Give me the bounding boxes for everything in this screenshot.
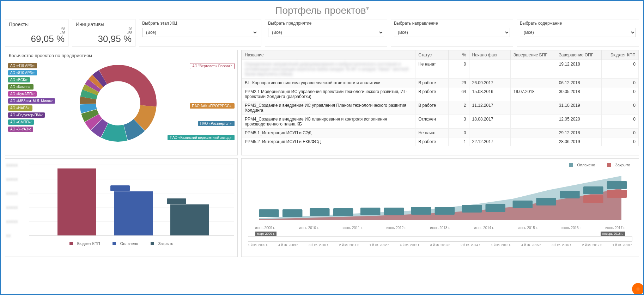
time-slider[interactable]: март 2009 г. январь 2018 г. 1-й кв. 2009… <box>244 236 636 250</box>
svg-rect-43 <box>607 190 627 198</box>
slider-tick: 2-й кв. 2014 г. <box>461 243 480 247</box>
svg-rect-40 <box>583 186 603 194</box>
filter-content-label: Выбрать содержание <box>520 21 636 26</box>
donut-tag[interactable]: АО «У-УАЗ»: <box>8 127 33 132</box>
donut-panel: Количество проектов по предприятиям <box>5 50 238 155</box>
filter-stage-label: Выбрать этап ЖЦ <box>142 21 258 26</box>
donut-title: Количество проектов по предприятиям <box>5 50 237 61</box>
donut-tag[interactable]: АО «ВСК»: <box>8 77 30 82</box>
table-row[interactable]: PPM3_Создание и внедрение ИС управления … <box>242 101 639 115</box>
donut-tag[interactable]: АО "Вертолеты России": <box>190 63 235 69</box>
col-budget[interactable]: Бюджет КПП <box>601 50 638 60</box>
filter-content-select[interactable]: (Все) <box>520 28 636 37</box>
slider-tick: 2-й кв. 2011 г. <box>339 243 359 247</box>
table-row[interactable]: PPM2.1 Модернизация ИС управления проект… <box>242 87 639 101</box>
kpi-projects-small: 58-26 <box>60 27 65 35</box>
filter-enterprise-select[interactable]: (Все) <box>268 28 384 37</box>
filter-icon[interactable]: ▾ <box>366 5 369 11</box>
table-row[interactable]: PPM4_Создание и внедрение ИС планировани… <box>242 115 639 129</box>
slider-tick: 4-й кв. 2012 г. <box>400 243 420 247</box>
table-row[interactable]: PPM5.2_Интеграция ИСУП и ЕКК/ФСДВ работе… <box>242 137 639 146</box>
svg-rect-24 <box>167 198 186 204</box>
donut-tag[interactable]: АО «419 АРЗ»: <box>8 63 37 68</box>
axis-tick: июнь 2015 г. <box>518 226 538 230</box>
filter-direction: Выбрать направление (Все) <box>391 19 513 47</box>
mid-row: Количество проектов по предприятиям <box>5 50 639 155</box>
donut-tag[interactable]: АО «810 АРЗ»: <box>8 70 37 75</box>
col-status[interactable]: Статус <box>415 50 449 60</box>
slider-tick: 3-й кв. 2010 г. <box>309 243 328 247</box>
kpi-projects-value: 69,05 % <box>9 33 65 44</box>
bar-chart-svg <box>8 161 235 239</box>
area-chart-svg <box>244 169 636 223</box>
area-chart-panel[interactable]: Оплачено Закрыто июнь 2009 г.июнь 2010 г… <box>241 158 639 257</box>
donut-tag[interactable]: ПАО «Казанский вертолетный завод»: <box>168 135 235 140</box>
filter-direction-select[interactable]: (Все) <box>394 28 510 37</box>
svg-rect-31 <box>360 208 381 215</box>
slider-end[interactable]: январь 2018 г. <box>601 232 625 236</box>
projects-table[interactable]: Название Статус % Начало факт Завершение… <box>242 50 639 146</box>
donut-tag[interactable]: АО «СМПП»: <box>8 119 34 125</box>
fab-add-button[interactable]: + <box>632 283 644 295</box>
area-legend: Оплачено Закрыто <box>244 163 636 167</box>
donut-tag[interactable]: ПАО ААК «ПРОГРЕСС»: <box>190 103 235 109</box>
col-endBPG[interactable]: Завершение БПГ <box>510 50 556 60</box>
slider-tick: 2-й кв. 2017 г. <box>582 243 602 247</box>
filter-content: Выбрать содержание (Все) <box>517 19 639 47</box>
svg-rect-27 <box>259 209 279 217</box>
slider-tick: 4-й кв. 2015 г. <box>521 243 541 247</box>
table-row[interactable]: BI_ Корпоративная система управленческой… <box>242 79 639 87</box>
kpi-initiatives-label: Инициативы <box>76 21 132 27</box>
kpi-initiatives-value: 30,95 % <box>76 33 132 44</box>
svg-rect-41 <box>607 181 627 189</box>
donut-tag[interactable]: АО «КумАПП»: <box>8 91 37 97</box>
slider-tick: 3-й кв. 2016 г. <box>552 243 571 247</box>
bar-chart-panel[interactable]: XXXXX XXXXX XXXXX XXXXX XXXXX XX Бюджет … <box>5 158 238 257</box>
table-row[interactable]: PPM5.1_Интеграция ИСУП и СЭДНе начат029.… <box>242 129 639 137</box>
projects-table-panel: Название Статус % Начало факт Завершение… <box>241 50 639 155</box>
page-title: Портфель проектов▾ <box>5 5 639 16</box>
slider-ticks: 1-й кв. 2009 г.4-й кв. 2009 г.3-й кв. 20… <box>244 243 636 247</box>
col-pct[interactable]: % <box>448 50 469 60</box>
svg-rect-38 <box>536 198 556 205</box>
slider-tick: 1-й кв. 2018 г. <box>613 243 632 247</box>
bottom-row: XXXXX XXXXX XXXXX XXXXX XXXXX XX Бюджет … <box>5 158 639 257</box>
donut-tag[interactable]: АО «Камов»: <box>8 84 34 90</box>
slider-tick: 4-й кв. 2009 г. <box>278 243 298 247</box>
slider-start[interactable]: март 2009 г. <box>255 232 277 236</box>
slider-tick: 1-й кв. 2012 г. <box>370 243 389 247</box>
donut-tag[interactable]: ПАО «Роствертол»: <box>198 121 235 126</box>
svg-rect-21 <box>114 191 153 235</box>
donut-tag[interactable]: АО «НАРЗ»: <box>8 105 32 111</box>
svg-rect-35 <box>462 205 482 213</box>
filter-direction-label: Выбрать направление <box>394 21 510 26</box>
axis-tick: июнь 2017 г. <box>605 226 625 230</box>
axis-tick: июнь 2011 г. <box>342 226 363 230</box>
svg-rect-32 <box>384 208 404 215</box>
donut-tag[interactable]: АО «Редуктор-ПМ»: <box>8 112 45 118</box>
donut-chart[interactable]: АО «419 АРЗ»: АО «810 АРЗ»: АО «ВСК»: АО… <box>5 61 237 153</box>
col-endOPG[interactable]: Завершение ОПГ <box>556 50 601 60</box>
col-name[interactable]: Название <box>242 50 415 60</box>
area-xlabels: июнь 2009 г.июнь 2010 г.июнь 2011 г.июнь… <box>244 226 636 230</box>
filter-stage-select[interactable]: (Все) <box>142 28 258 37</box>
kpi-projects: Проекты 58-26 69,05 % <box>5 19 68 47</box>
kpi-initiatives: Инициативы 26-58 30,95 % <box>72 19 135 47</box>
axis-tick: июнь 2012 г. <box>386 226 406 230</box>
svg-rect-29 <box>310 208 330 216</box>
filter-enterprise-label: Выбрать предприятие <box>268 21 384 26</box>
donut-tag[interactable]: АО «МВЗ им. М.Л. Миля»: <box>8 98 55 104</box>
svg-rect-33 <box>411 207 431 215</box>
axis-tick: июнь 2010 г. <box>299 226 319 230</box>
table-row[interactable]: Определение направлений деформирования и… <box>242 60 639 79</box>
kpi-projects-label: Проекты <box>9 21 65 27</box>
svg-rect-37 <box>513 201 533 208</box>
svg-rect-28 <box>282 209 303 217</box>
axis-tick: июнь 2014 г. <box>474 226 494 230</box>
axis-tick: июнь 2009 г. <box>255 226 275 230</box>
slider-tick: 1-й кв. 2009 г. <box>248 243 268 247</box>
col-start[interactable]: Начало факт <box>469 50 510 60</box>
slider-tick: 1-й кв. 2015 г. <box>491 243 511 247</box>
kpi-initiatives-small: 26-58 <box>127 27 132 35</box>
filter-enterprise: Выбрать предприятие (Все) <box>265 19 387 47</box>
